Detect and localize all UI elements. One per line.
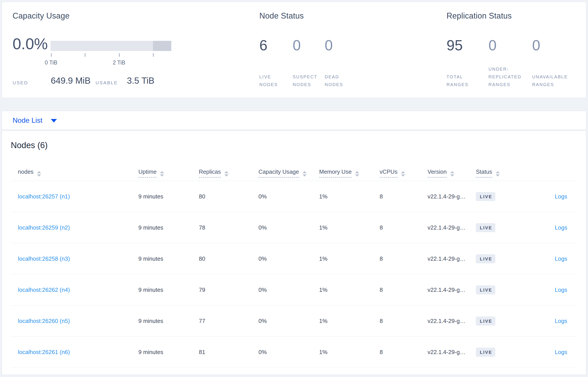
node-link[interactable]: localhost:26257 (n1) <box>18 193 70 200</box>
status-badge: LIVE <box>476 317 495 326</box>
dead-nodes-metric: 0 DEAD NODES <box>325 2 367 98</box>
vcpus-cell: 8 <box>380 318 427 324</box>
column-header-version[interactable]: Version <box>427 168 476 177</box>
capacity-usage-title: Capacity Usage <box>12 11 70 21</box>
vcpus-cell: 8 <box>380 224 427 231</box>
used-label: USED <box>12 80 28 85</box>
live-nodes-value: 6 <box>259 37 268 54</box>
axis-tick <box>153 53 154 57</box>
memory-use-cell: 1% <box>319 224 380 231</box>
version-cell: v22.1.4-29-g… <box>427 286 476 293</box>
column-header-label: Status <box>476 168 492 178</box>
table-header-row: nodesUptimeReplicasCapacity UsageMemory … <box>11 164 577 181</box>
logs-link[interactable]: Logs <box>555 318 567 324</box>
uptime-cell: 9 minutes <box>138 349 199 356</box>
used-value: 649.9 MiB <box>51 76 91 86</box>
under-replicated-ranges-value: 0 <box>488 37 497 54</box>
capacity-usage-cell: 0% <box>259 193 319 200</box>
dead-nodes-label: DEAD NODES <box>325 73 343 89</box>
table-row: localhost:26260 (n5) 9 minutes 77 0% 1% … <box>11 306 577 337</box>
capacity-percent: 0.0% <box>12 35 48 53</box>
unavailable-ranges-value: 0 <box>532 37 540 54</box>
column-header-label: Uptime <box>138 168 156 178</box>
memory-use-cell: 1% <box>319 193 380 200</box>
sort-icon <box>224 171 228 177</box>
logs-link[interactable]: Logs <box>555 224 567 231</box>
version-cell: v22.1.4-29-g… <box>427 349 476 356</box>
suspect-nodes-label: SUSPECT NODES <box>293 73 318 89</box>
vcpus-cell: 8 <box>380 255 427 262</box>
node-link[interactable]: localhost:26259 (n2) <box>18 224 70 231</box>
status-badge: LIVE <box>476 223 495 232</box>
sort-icon <box>160 171 164 177</box>
replicas-cell: 81 <box>199 349 259 356</box>
column-header-memory-use[interactable]: Memory Use <box>319 168 380 177</box>
sort-icon <box>496 171 500 177</box>
uptime-cell: 9 minutes <box>138 255 199 262</box>
axis-tick <box>119 53 120 57</box>
total-ranges-label: TOTAL RANGES <box>447 73 468 89</box>
table-body: localhost:26257 (n1) 9 minutes 80 0% 1% … <box>11 181 577 368</box>
node-list-dropdown-label: Node List <box>12 116 42 125</box>
capacity-bar <box>50 41 171 51</box>
memory-use-cell: 1% <box>319 318 380 324</box>
unavailable-ranges-label: UNAVAILABLE RANGES <box>532 73 568 89</box>
node-list-dropdown[interactable]: Node List <box>2 111 586 130</box>
sort-icon <box>450 171 454 177</box>
node-link[interactable]: localhost:26260 (n5) <box>18 318 70 324</box>
table-row: localhost:26262 (n4) 9 minutes 79 0% 1% … <box>11 274 577 306</box>
column-header-capacity-usage[interactable]: Capacity Usage <box>259 168 319 177</box>
capacity-bar-segment <box>153 41 171 51</box>
replicas-cell: 80 <box>199 255 259 262</box>
suspect-nodes-value: 0 <box>293 37 301 54</box>
status-badge: LIVE <box>476 348 495 357</box>
status-badge: LIVE <box>476 254 495 263</box>
vcpus-cell: 8 <box>380 193 427 200</box>
version-cell: v22.1.4-29-g… <box>427 193 476 200</box>
under-replicated-ranges-metric: 0 UNDER- REPLICATED RANGES <box>488 2 530 98</box>
table-row: localhost:26261 (n6) 9 minutes 81 0% 1% … <box>11 337 577 368</box>
capacity-bar-segment <box>50 41 153 51</box>
replicas-cell: 80 <box>199 193 259 200</box>
logs-link[interactable]: Logs <box>555 193 567 200</box>
total-ranges-value: 95 <box>447 37 463 54</box>
replicas-cell: 77 <box>199 318 259 324</box>
version-cell: v22.1.4-29-g… <box>427 224 476 231</box>
column-header-label: Capacity Usage <box>259 168 299 178</box>
column-header-uptime[interactable]: Uptime <box>138 168 199 177</box>
table-row: localhost:26258 (n3) 9 minutes 80 0% 1% … <box>11 243 577 274</box>
memory-use-cell: 1% <box>319 286 380 293</box>
column-header-status[interactable]: Status <box>476 168 527 177</box>
nodes-table-title: Nodes (6) <box>11 141 48 150</box>
column-header-label: vCPUs <box>380 168 398 178</box>
column-header-vcpus[interactable]: vCPUs <box>380 168 427 177</box>
axis-tick <box>51 53 52 57</box>
status-badge: LIVE <box>476 192 495 201</box>
column-header-label: Replicas <box>199 168 221 178</box>
capacity-usage-cell: 0% <box>259 286 319 293</box>
under-replicated-ranges-label: UNDER- REPLICATED RANGES <box>488 65 521 89</box>
replicas-cell: 78 <box>199 224 259 231</box>
axis-tick-label: 2 TiB <box>113 59 125 66</box>
node-link[interactable]: localhost:26258 (n3) <box>18 255 70 262</box>
live-nodes-label: LIVE NODES <box>259 73 278 89</box>
column-header-nodes[interactable]: nodes <box>11 168 138 177</box>
logs-link[interactable]: Logs <box>555 255 567 262</box>
node-link[interactable]: localhost:26261 (n6) <box>18 349 70 355</box>
memory-use-cell: 1% <box>319 255 380 262</box>
sort-icon <box>401 171 405 177</box>
logs-link[interactable]: Logs <box>555 286 567 293</box>
column-header-label: nodes <box>18 168 34 175</box>
column-header-replicas[interactable]: Replicas <box>199 168 259 177</box>
version-cell: v22.1.4-29-g… <box>427 318 476 324</box>
sort-icon <box>303 171 306 177</box>
axis-tick-label: 0 TiB <box>45 59 57 66</box>
table-row: localhost:26259 (n2) 9 minutes 78 0% 1% … <box>11 212 577 243</box>
node-link[interactable]: localhost:26262 (n4) <box>18 286 70 293</box>
sort-icon <box>37 171 41 177</box>
summary-card: Capacity Usage 0.0% 0 TiB2 TiB USED 649.… <box>2 2 586 98</box>
logs-link[interactable]: Logs <box>555 349 567 355</box>
table-row: localhost:26257 (n1) 9 minutes 80 0% 1% … <box>11 181 577 212</box>
nodes-table: nodesUptimeReplicasCapacity UsageMemory … <box>11 164 577 368</box>
uptime-cell: 9 minutes <box>138 318 199 324</box>
